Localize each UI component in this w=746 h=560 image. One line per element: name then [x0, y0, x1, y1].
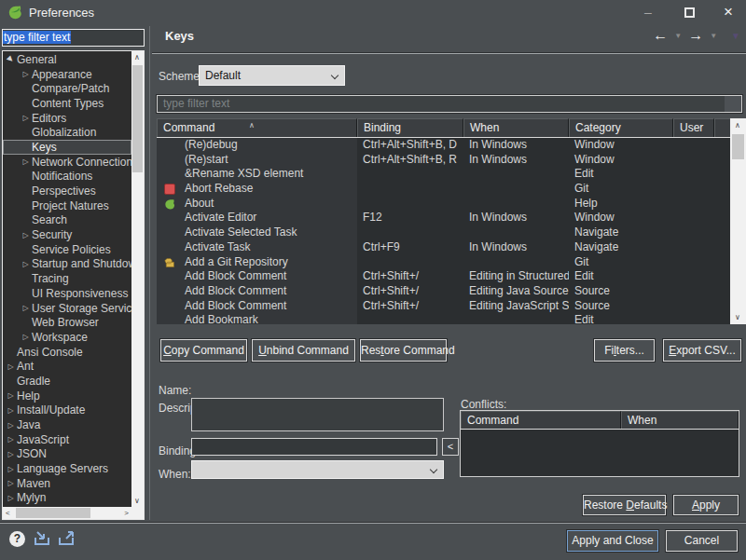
unbind-command-button[interactable]: Unbind Command	[252, 339, 355, 362]
table-row[interactable]: Activate EditorF12In WindowsWindow	[157, 211, 730, 225]
tree-collapsed-icon[interactable]: ▷	[20, 231, 32, 239]
close-button[interactable]: ×	[712, 0, 744, 24]
apply-and-close-button[interactable]: Apply and Close	[567, 530, 658, 552]
tree-collapsed-icon[interactable]: ▷	[5, 391, 17, 400]
sidebar-item-ant[interactable]: ▷Ant	[3, 359, 131, 374]
tree-collapsed-icon[interactable]: ▷	[5, 406, 17, 415]
import-preferences-icon[interactable]	[34, 530, 52, 547]
column-header-category[interactable]: Category	[569, 118, 673, 137]
tree-collapsed-icon[interactable]: ▷	[5, 465, 17, 473]
conflicts-column-header-command[interactable]: Command	[461, 411, 621, 429]
sidebar-item-maven[interactable]: ▷Maven	[3, 476, 131, 491]
forward-history-dropdown-icon[interactable]: ▼	[710, 32, 717, 40]
tree-collapsed-icon[interactable]: ▷	[5, 494, 17, 502]
sidebar-item-globalization[interactable]: Globalization	[3, 125, 131, 140]
sidebar-item-startup-and-shutdown[interactable]: ▷Startup and Shutdown	[3, 257, 131, 272]
sidebar-item-general[interactable]: ▶General	[3, 52, 131, 67]
sidebar-item-install-update[interactable]: ▷Install/Update	[3, 403, 131, 418]
sidebar-item-json[interactable]: ▷JSON	[3, 447, 131, 462]
table-row[interactable]: AboutHelp	[157, 197, 730, 212]
table-row[interactable]: Add Block CommentCtrl+Shift+/Editing in …	[157, 269, 730, 284]
tree-collapsed-icon[interactable]: ▷	[20, 333, 32, 341]
scroll-up-icon[interactable]: ∧	[735, 121, 740, 130]
sidebar-item-keys[interactable]: Keys	[3, 140, 131, 155]
table-row[interactable]: Add a Git RepositoryGit	[157, 255, 730, 270]
sidebar-item-search[interactable]: Search	[3, 213, 131, 228]
tree-collapsed-icon[interactable]: ▷	[5, 435, 17, 444]
sidebar-item-compare-patch[interactable]: Compare/Patch	[3, 81, 131, 96]
scheme-combo[interactable]: Default	[199, 65, 345, 86]
sidebar-item-language-servers[interactable]: ▷Language Servers	[3, 461, 131, 476]
sidebar-item-mylyn[interactable]: ▷Mylyn	[3, 491, 131, 506]
maximize-button[interactable]	[684, 7, 695, 18]
table-row[interactable]: Add BookmarkEdit	[157, 313, 730, 324]
title-bar[interactable]: Preferences – ×	[0, 0, 746, 24]
table-row[interactable]: Abort RebaseGit	[157, 182, 730, 197]
sidebar-item-project-natures[interactable]: Project Natures	[3, 198, 131, 213]
sidebar-item-gradle[interactable]: Gradle	[3, 374, 131, 389]
sidebar-item-ui-responsiveness-monitoring[interactable]: UI Responsiveness Monitoring	[3, 286, 131, 301]
scroll-down-icon[interactable]: ∨	[134, 497, 140, 505]
sidebar-item-notifications[interactable]: Notifications	[3, 170, 131, 184]
sidebar-item-security[interactable]: ▷Security	[3, 227, 131, 242]
tree-collapsed-icon[interactable]: ▷	[5, 450, 17, 458]
table-row[interactable]: &Rename XSD elementEdit	[157, 167, 730, 182]
scroll-left-icon[interactable]: <	[6, 509, 10, 517]
tree-collapsed-icon[interactable]: ▷	[20, 304, 32, 312]
table-row[interactable]: Add Block CommentCtrl+Shift+/Editing Jav…	[157, 284, 730, 299]
column-header-command[interactable]: Command∧	[157, 118, 357, 137]
tree-collapsed-icon[interactable]: ▷	[20, 70, 32, 78]
when-combo[interactable]	[191, 460, 444, 479]
sidebar-item-java[interactable]: ▷Java	[3, 417, 131, 432]
restore-defaults-button[interactable]: Restore Defaults	[583, 495, 666, 515]
tree-collapsed-icon[interactable]: ▷	[5, 421, 17, 430]
scroll-right-icon[interactable]: >	[124, 509, 129, 517]
table-vscroll-thumb[interactable]	[732, 134, 744, 159]
tree-collapsed-icon[interactable]: ▷	[5, 479, 17, 487]
help-icon[interactable]: ?	[9, 531, 25, 547]
binding-input[interactable]	[191, 438, 437, 456]
sidebar-item-editors[interactable]: ▷Editors	[3, 111, 131, 126]
conflicts-column-header-when[interactable]: When	[621, 411, 739, 429]
tree-collapsed-icon[interactable]: ▷	[20, 260, 32, 268]
tree-vertical-scrollbar[interactable]: ∧ ∨	[131, 51, 144, 507]
filters-button[interactable]: Filters...	[594, 339, 655, 362]
table-row[interactable]: Activate TaskCtrl+F9In WindowsNavigate	[157, 240, 730, 255]
sidebar-item-tracing[interactable]: Tracing	[3, 271, 131, 286]
minimize-button[interactable]: –	[632, 0, 664, 24]
export-preferences-icon[interactable]	[58, 530, 76, 547]
sidebar-filter-input[interactable]: type filter text	[2, 29, 145, 47]
table-vertical-scrollbar[interactable]: ∧ ∨	[730, 118, 746, 324]
sidebar-item-content-types[interactable]: Content Types	[3, 96, 131, 111]
sidebar-item-workspace[interactable]: ▷Workspace	[3, 330, 131, 345]
export-csv-button[interactable]: Export CSV...	[663, 339, 741, 362]
sidebar-item-user-storage-service[interactable]: ▷User Storage Service	[3, 301, 131, 316]
tree-vscroll-thumb[interactable]	[132, 65, 143, 172]
table-row[interactable]: Add Block CommentCtrl+Shift+/Editing Jav…	[157, 299, 730, 314]
scroll-down-icon[interactable]: ∨	[735, 313, 740, 321]
tree-expanded-icon[interactable]: ▶	[4, 52, 19, 67]
command-filter-input[interactable]: type filter text	[157, 95, 742, 113]
column-header-user[interactable]: User	[673, 118, 714, 137]
tree-collapsed-icon[interactable]: ▷	[5, 362, 17, 371]
sidebar-item-javascript[interactable]: ▷JavaScript	[3, 432, 131, 447]
forward-arrow-icon[interactable]: →	[688, 27, 703, 44]
tree-hscroll-thumb[interactable]	[16, 508, 90, 518]
apply-button[interactable]: Apply	[673, 495, 739, 515]
restore-command-button[interactable]: Restore Command	[360, 339, 447, 362]
sidebar-item-perspectives[interactable]: Perspectives	[3, 184, 131, 198]
cancel-button[interactable]: Cancel	[666, 530, 738, 552]
sidebar-item-web-browser[interactable]: Web Browser	[3, 315, 131, 330]
sidebar-item-service-policies[interactable]: Service Policies	[3, 242, 131, 257]
scroll-up-icon[interactable]: ∧	[134, 53, 140, 61]
tree-collapsed-icon[interactable]: ▷	[20, 114, 32, 122]
column-header-when[interactable]: When	[463, 118, 569, 137]
sidebar-item-appearance[interactable]: ▷Appearance	[3, 67, 131, 82]
panel-sash[interactable]	[149, 26, 150, 520]
sidebar-item-ansi-console[interactable]: Ansi Console	[3, 345, 131, 360]
add-key-sequence-button[interactable]: <	[442, 438, 459, 456]
sidebar-item-network-connections[interactable]: ▷Network Connections	[3, 155, 131, 170]
column-header-binding[interactable]: Binding	[357, 118, 463, 137]
back-arrow-icon[interactable]: ←	[653, 27, 668, 44]
description-textarea[interactable]	[191, 398, 444, 431]
